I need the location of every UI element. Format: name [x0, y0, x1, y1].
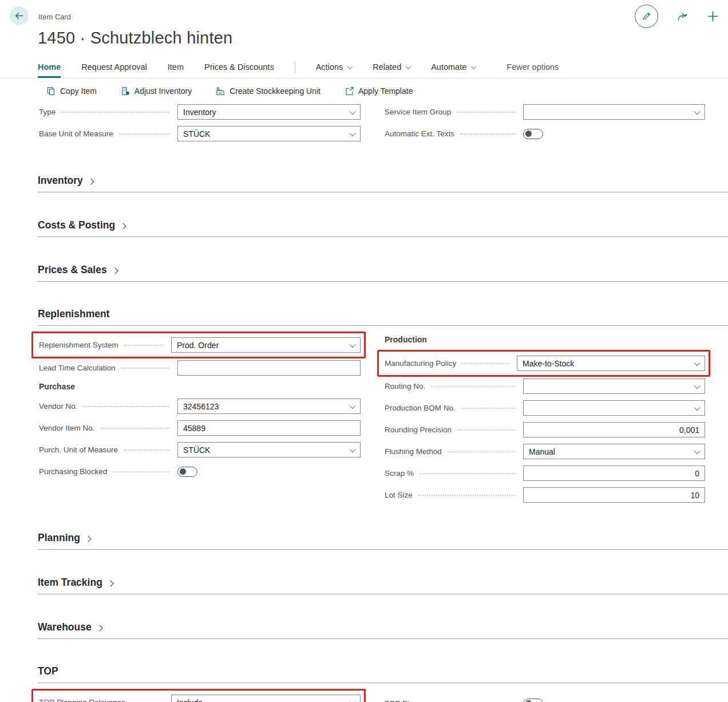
- share-button[interactable]: [676, 11, 689, 22]
- tab-label: Prices & Discounts: [204, 62, 274, 72]
- production-subheading: Production: [383, 335, 705, 344]
- field-label: Vendor No.: [39, 402, 78, 411]
- section-prices-sales[interactable]: Prices & Sales: [38, 264, 728, 282]
- highlight-box-replenishment-system: Replenishment System Prod. Order: [31, 332, 366, 358]
- chevron-down-icon: [349, 402, 355, 408]
- section-replenishment[interactable]: Replenishment: [38, 308, 728, 326]
- dotted-leader: [418, 495, 515, 496]
- routing-no-select[interactable]: [523, 378, 705, 394]
- manufacturing-policy-select[interactable]: Make-to-Stock: [517, 356, 705, 371]
- chevron-down-icon: [694, 108, 700, 114]
- back-button[interactable]: [10, 6, 29, 25]
- rounding-precision-input[interactable]: 0,001: [523, 422, 705, 437]
- tab-request-approval[interactable]: Request Approval: [81, 60, 147, 78]
- field-lot-size: Lot Size 10: [383, 487, 705, 503]
- section-title: Planning: [38, 532, 80, 544]
- top-planning-relevance-select[interactable]: Include: [171, 695, 361, 702]
- field-purch-unit-of-measure: Purch. Unit of Measure STÜCK: [38, 442, 361, 458]
- dotted-leader: [431, 386, 515, 387]
- top-dispo-toggle[interactable]: [523, 699, 543, 702]
- add-button[interactable]: [707, 10, 719, 22]
- general-fastab-fields: Type Inventory Base Unit of Measure STÜC…: [38, 104, 705, 148]
- replenishment-content: Replenishment System Prod. Order Lead Ti…: [0, 326, 728, 509]
- purch-unit-of-measure-select[interactable]: STÜCK: [177, 442, 361, 458]
- production-bom-no-select[interactable]: [523, 400, 705, 416]
- field-routing-no: Routing No.: [383, 378, 705, 394]
- copy-icon: [46, 86, 56, 96]
- field-value: Include: [177, 698, 203, 702]
- menu-actions[interactable]: Actions: [316, 60, 353, 78]
- field-type: Type Inventory: [38, 104, 361, 120]
- create-stockkeeping-unit-button[interactable]: Create Stockkeeping Unit: [216, 86, 321, 96]
- section-inventory[interactable]: Inventory: [38, 175, 728, 192]
- section-costs-posting[interactable]: Costs & Posting: [38, 219, 728, 237]
- adjust-inventory-icon: [121, 86, 130, 96]
- lot-size-input[interactable]: 10: [523, 487, 705, 503]
- field-automatic-ext-texts: Automatic Ext. Texts: [383, 126, 705, 141]
- copy-item-label: Copy Item: [60, 86, 97, 96]
- dotted-leader: [457, 112, 515, 113]
- dotted-leader: [460, 133, 515, 135]
- fewer-options-button[interactable]: Fewer options: [507, 60, 559, 78]
- field-label: Vendor Item No.: [39, 424, 95, 432]
- dotted-leader: [420, 473, 515, 474]
- field-value: Manual: [529, 447, 555, 456]
- section-top[interactable]: TOP: [38, 665, 728, 683]
- menu-automate[interactable]: Automate: [431, 60, 476, 78]
- flushing-method-select[interactable]: Manual: [523, 444, 705, 459]
- field-replenishment-system: Replenishment System Prod. Order: [38, 337, 361, 353]
- edit-button[interactable]: [635, 5, 658, 28]
- scrap-pct-input[interactable]: 0: [523, 466, 705, 481]
- vendor-item-no-input[interactable]: 45889: [177, 420, 361, 436]
- pencil-icon: [642, 11, 651, 21]
- automatic-ext-texts-toggle[interactable]: [523, 129, 543, 139]
- chevron-down-icon: [349, 129, 355, 136]
- section-title: Costs & Posting: [38, 219, 115, 231]
- service-item-group-select[interactable]: [523, 104, 705, 120]
- tab-home[interactable]: Home: [38, 60, 61, 78]
- field-label: Production BOM No.: [385, 404, 456, 412]
- dotted-leader: [457, 429, 515, 431]
- tab-prices-discounts[interactable]: Prices & Discounts: [204, 60, 274, 78]
- apply-template-button[interactable]: Apply Template: [345, 86, 413, 96]
- field-label: Lot Size: [385, 491, 413, 499]
- section-title: Prices & Sales: [38, 264, 107, 276]
- vendor-no-select[interactable]: 32456123: [177, 399, 361, 414]
- apply-template-icon: [345, 86, 354, 96]
- field-production-bom-no: Production BOM No.: [383, 400, 705, 416]
- field-value: STÜCK: [183, 129, 210, 139]
- breadcrumb: Item Card: [38, 13, 71, 21]
- section-planning[interactable]: Planning: [38, 532, 728, 550]
- replenishment-system-select[interactable]: Prod. Order: [171, 337, 361, 353]
- dotted-leader: [84, 406, 169, 407]
- plus-icon: [707, 10, 719, 22]
- copy-item-button[interactable]: Copy Item: [46, 86, 97, 96]
- chevron-right-icon: [112, 267, 118, 274]
- create-stockkeeping-unit-label: Create Stockkeeping Unit: [230, 86, 321, 96]
- menu-label: Actions: [316, 62, 343, 72]
- top-content: TOP Planning Relevance Include TOP Prod.…: [0, 683, 728, 702]
- field-value: 10: [690, 491, 699, 500]
- adjust-inventory-button[interactable]: Adjust Inventory: [121, 86, 192, 96]
- field-scrap-pct: Scrap % 0: [383, 466, 705, 481]
- dotted-leader: [124, 449, 169, 451]
- purchasing-blocked-toggle[interactable]: [177, 467, 197, 477]
- field-base-unit-of-measure: Base Unit of Measure STÜCK: [38, 126, 361, 141]
- menu-related[interactable]: Related: [373, 60, 410, 78]
- section-warehouse[interactable]: Warehouse: [38, 621, 728, 639]
- field-value: 45889: [183, 424, 205, 433]
- type-select[interactable]: Inventory: [177, 104, 361, 120]
- field-top-planning-relevance: TOP Planning Relevance Include: [38, 695, 361, 702]
- tab-item[interactable]: Item: [168, 60, 184, 78]
- field-service-item-group: Service Item Group: [383, 104, 705, 120]
- dotted-leader: [113, 471, 169, 472]
- chevron-down-icon: [471, 64, 477, 69]
- field-label: TOP Dispo: [385, 699, 422, 702]
- base-unit-of-measure-select[interactable]: STÜCK: [177, 126, 361, 141]
- chevron-down-icon: [349, 445, 355, 452]
- field-value: STÜCK: [183, 445, 210, 455]
- section-item-tracking[interactable]: Item Tracking: [38, 577, 728, 594]
- lead-time-calculation-input[interactable]: [177, 360, 361, 376]
- chevron-right-icon: [107, 580, 113, 586]
- field-label: Automatic Ext. Texts: [385, 129, 454, 138]
